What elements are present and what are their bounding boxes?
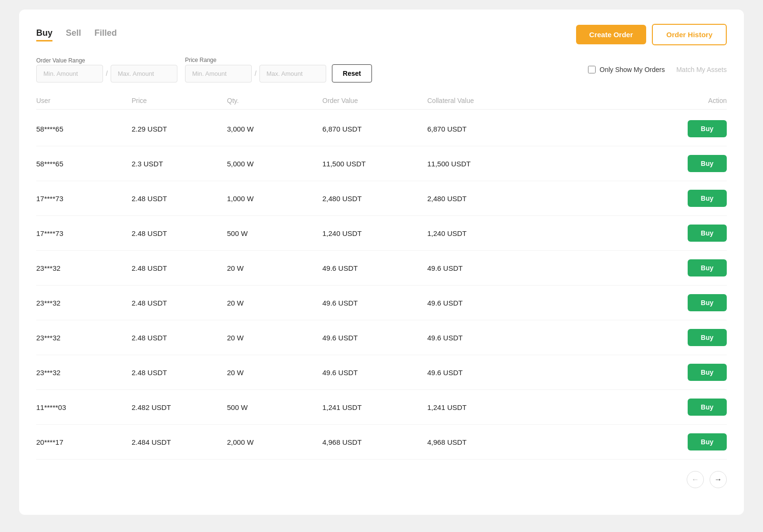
separator-1: /: [106, 70, 108, 77]
cell-qty: 2,000 W: [227, 438, 322, 446]
cell-qty: 20 W: [227, 299, 322, 307]
tab-group: Buy Sell Filled: [36, 28, 117, 41]
filter-right: Only Show My Orders Match My Assets: [588, 66, 727, 73]
cell-action: Buy: [532, 259, 727, 276]
cell-price: 2.48 USDT: [132, 264, 227, 272]
tab-filled[interactable]: Filled: [94, 28, 117, 41]
cell-collateral: 6,870 USDT: [427, 125, 532, 133]
price-range-inputs: / Reset: [185, 64, 372, 82]
table-body: 58****65 2.29 USDT 3,000 W 6,870 USDT 6,…: [36, 112, 727, 460]
next-icon: →: [714, 475, 722, 484]
cell-collateral: 4,968 USDT: [427, 438, 532, 446]
cell-collateral: 2,480 USDT: [427, 194, 532, 203]
cell-price: 2.48 USDT: [132, 194, 227, 203]
cell-user: 23***32: [36, 264, 132, 272]
col-order-value: Order Value: [322, 97, 427, 104]
cell-collateral: 49.6 USDT: [427, 299, 532, 307]
min-amount-input[interactable]: [36, 65, 103, 82]
cell-collateral: 1,241 USDT: [427, 403, 532, 411]
buy-button[interactable]: Buy: [688, 120, 727, 137]
only-show-my-orders-text: Only Show My Orders: [599, 66, 665, 73]
col-action: Action: [532, 97, 727, 104]
order-value-range-group: Order Value Range /: [36, 57, 177, 82]
table-row: 17****73 2.48 USDT 500 W 1,240 USDT 1,24…: [36, 216, 727, 251]
only-show-my-orders-label[interactable]: Only Show My Orders: [588, 66, 665, 73]
buy-button[interactable]: Buy: [688, 259, 727, 276]
tab-buy[interactable]: Buy: [36, 28, 52, 41]
cell-action: Buy: [532, 433, 727, 450]
cell-collateral: 49.6 USDT: [427, 334, 532, 342]
min-price-input[interactable]: [185, 65, 252, 82]
cell-price: 2.48 USDT: [132, 368, 227, 377]
order-value-label: Order Value Range: [36, 57, 177, 64]
cell-order-value: 1,240 USDT: [322, 229, 427, 237]
price-range-label: Price Range: [185, 57, 372, 63]
cell-action: Buy: [532, 190, 727, 207]
max-amount-input[interactable]: [111, 65, 177, 82]
cell-action: Buy: [532, 329, 727, 346]
cell-user: 23***32: [36, 368, 132, 377]
buy-button[interactable]: Buy: [688, 364, 727, 381]
cell-collateral: 11,500 USDT: [427, 160, 532, 168]
cell-order-value: 11,500 USDT: [322, 160, 427, 168]
order-history-button[interactable]: Order History: [652, 24, 727, 45]
table-row: 17****73 2.48 USDT 1,000 W 2,480 USDT 2,…: [36, 181, 727, 216]
cell-user: 23***32: [36, 334, 132, 342]
cell-action: Buy: [532, 120, 727, 137]
cell-user: 58****65: [36, 160, 132, 168]
cell-price: 2.48 USDT: [132, 299, 227, 307]
cell-order-value: 49.6 USDT: [322, 264, 427, 272]
separator-2: /: [255, 70, 257, 77]
buy-button[interactable]: Buy: [688, 155, 727, 172]
buy-button[interactable]: Buy: [688, 225, 727, 242]
reset-button[interactable]: Reset: [332, 64, 372, 82]
match-my-assets-button[interactable]: Match My Assets: [676, 66, 727, 73]
cell-action: Buy: [532, 294, 727, 311]
cell-qty: 1,000 W: [227, 194, 322, 203]
tabs-header: Buy Sell Filled Create Order Order Histo…: [36, 24, 727, 45]
cell-user: 58****65: [36, 125, 132, 133]
buy-button[interactable]: Buy: [688, 399, 727, 416]
prev-icon: ←: [691, 475, 699, 484]
cell-user: 17****73: [36, 194, 132, 203]
cell-collateral: 49.6 USDT: [427, 264, 532, 272]
table-row: 23***32 2.48 USDT 20 W 49.6 USDT 49.6 US…: [36, 286, 727, 320]
cell-price: 2.29 USDT: [132, 125, 227, 133]
cell-qty: 500 W: [227, 229, 322, 237]
table-row: 11*****03 2.482 USDT 500 W 1,241 USDT 1,…: [36, 390, 727, 425]
cell-collateral: 1,240 USDT: [427, 229, 532, 237]
cell-collateral: 49.6 USDT: [427, 368, 532, 377]
cell-order-value: 2,480 USDT: [322, 194, 427, 203]
buy-button[interactable]: Buy: [688, 294, 727, 311]
cell-qty: 20 W: [227, 264, 322, 272]
cell-order-value: 49.6 USDT: [322, 368, 427, 377]
cell-action: Buy: [532, 225, 727, 242]
table-header: User Price Qty. Order Value Collateral V…: [36, 92, 727, 110]
cell-price: 2.482 USDT: [132, 403, 227, 411]
prev-page-button[interactable]: ←: [687, 471, 704, 488]
tab-sell[interactable]: Sell: [66, 28, 81, 41]
cell-action: Buy: [532, 399, 727, 416]
buy-button[interactable]: Buy: [688, 433, 727, 450]
pagination: ← →: [36, 471, 727, 488]
order-value-inputs: /: [36, 65, 177, 82]
cell-order-value: 1,241 USDT: [322, 403, 427, 411]
only-show-my-orders-checkbox[interactable]: [588, 66, 596, 73]
create-order-button[interactable]: Create Order: [576, 25, 647, 44]
buy-button[interactable]: Buy: [688, 190, 727, 207]
cell-price: 2.484 USDT: [132, 438, 227, 446]
cell-qty: 20 W: [227, 334, 322, 342]
table-row: 20****17 2.484 USDT 2,000 W 4,968 USDT 4…: [36, 425, 727, 460]
cell-price: 2.48 USDT: [132, 334, 227, 342]
cell-order-value: 6,870 USDT: [322, 125, 427, 133]
cell-user: 23***32: [36, 299, 132, 307]
col-user: User: [36, 97, 132, 104]
table-row: 58****65 2.3 USDT 5,000 W 11,500 USDT 11…: [36, 146, 727, 181]
cell-action: Buy: [532, 364, 727, 381]
max-price-input[interactable]: [259, 65, 326, 82]
cell-user: 20****17: [36, 438, 132, 446]
buy-button[interactable]: Buy: [688, 329, 727, 346]
cell-qty: 500 W: [227, 403, 322, 411]
cell-user: 11*****03: [36, 403, 132, 411]
next-page-button[interactable]: →: [710, 471, 727, 488]
